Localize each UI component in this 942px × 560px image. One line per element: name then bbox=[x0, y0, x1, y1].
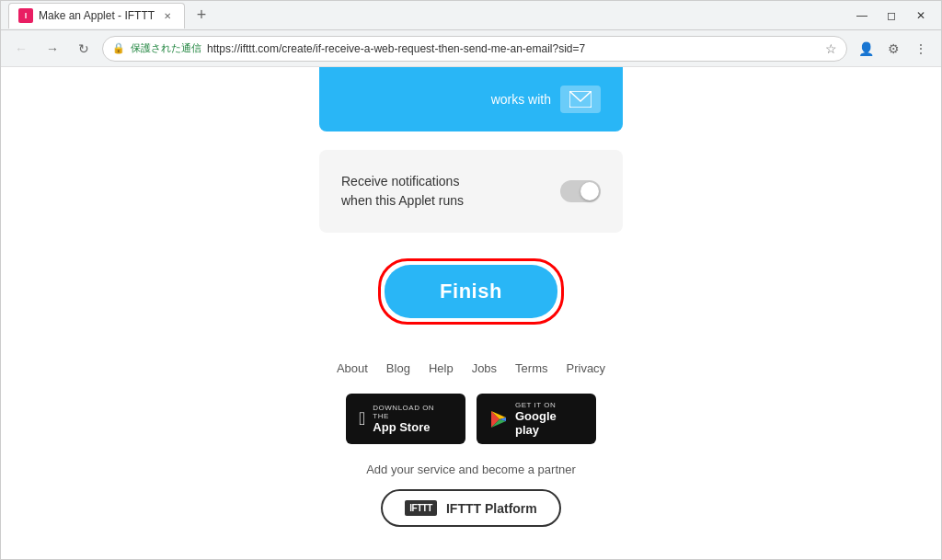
apple-icon:  bbox=[359, 408, 365, 429]
menu-icon[interactable]: ⋮ bbox=[908, 36, 934, 62]
tab-close-button[interactable]: ✕ bbox=[160, 8, 175, 23]
secure-label: 保護された通信 bbox=[131, 41, 201, 55]
url-bar[interactable]: 🔒 保護された通信 https://ifttt.com/create/if-re… bbox=[102, 36, 847, 62]
ifttt-logo: IFTTT bbox=[405, 500, 437, 516]
google-play-small-text: GET IT ON bbox=[515, 401, 583, 409]
notification-toggle[interactable] bbox=[560, 180, 601, 202]
works-with-banner: works with bbox=[319, 67, 623, 131]
title-bar: I Make an Applet - IFTTT ✕ + ― ◻ ✕ bbox=[1, 1, 941, 30]
footer-nav: About Blog Help Jobs Terms Privacy bbox=[337, 361, 605, 375]
finish-area: Finish bbox=[378, 258, 564, 325]
ifttt-platform-label: IFTTT Platform bbox=[446, 501, 537, 516]
google-play-button[interactable]: GET IT ON Google play bbox=[477, 394, 596, 444]
restore-button[interactable]: ◻ bbox=[879, 3, 904, 29]
minimize-button[interactable]: ― bbox=[849, 3, 875, 29]
app-buttons:  Download on the App Store bbox=[346, 394, 596, 444]
ifttt-platform-button[interactable]: IFTTT IFTTT Platform bbox=[381, 489, 561, 527]
footer-terms[interactable]: Terms bbox=[515, 361, 547, 375]
app-store-text: Download on the App Store bbox=[373, 404, 453, 434]
address-icons: 👤 ⚙ ⋮ bbox=[853, 36, 934, 62]
footer-jobs[interactable]: Jobs bbox=[472, 361, 497, 375]
tab-favicon: I bbox=[18, 8, 33, 23]
notification-text: Receive notifications when this Applet r… bbox=[341, 172, 464, 211]
window-controls: ― ◻ ✕ bbox=[849, 3, 934, 29]
email-icon bbox=[569, 91, 592, 108]
footer-help[interactable]: Help bbox=[429, 361, 454, 375]
google-play-name-text: Google play bbox=[515, 409, 583, 437]
extension-icon[interactable]: ⚙ bbox=[880, 36, 906, 62]
reload-button[interactable]: ↻ bbox=[71, 36, 97, 62]
google-play-icon bbox=[489, 410, 508, 429]
new-tab-button[interactable]: + bbox=[189, 3, 214, 29]
footer-about[interactable]: About bbox=[337, 361, 368, 375]
google-play-text: GET IT ON Google play bbox=[515, 401, 583, 437]
forward-button[interactable]: → bbox=[40, 36, 65, 62]
finish-button[interactable]: Finish bbox=[385, 265, 557, 318]
bookmark-icon[interactable]: ☆ bbox=[825, 41, 837, 56]
toggle-knob bbox=[580, 182, 599, 200]
footer-privacy[interactable]: Privacy bbox=[567, 361, 606, 375]
partner-text: Add your service and become a partner bbox=[366, 463, 576, 476]
app-store-button[interactable]:  Download on the App Store bbox=[346, 394, 465, 444]
app-store-name-text: App Store bbox=[373, 420, 453, 434]
url-text: https://ifttt.com/create/if-receive-a-we… bbox=[207, 42, 820, 55]
footer-blog[interactable]: Blog bbox=[386, 361, 410, 375]
email-icon-box bbox=[560, 86, 601, 113]
page-content: works with Receive notifications when th… bbox=[1, 67, 941, 559]
browser-tab[interactable]: I Make an Applet - IFTTT ✕ bbox=[8, 3, 185, 29]
back-button[interactable]: ← bbox=[8, 36, 34, 62]
works-with-label: works with bbox=[491, 92, 551, 107]
finish-button-wrapper: Finish bbox=[378, 258, 564, 325]
close-button[interactable]: ✕ bbox=[908, 3, 934, 29]
app-store-small-text: Download on the bbox=[373, 404, 453, 420]
user-icon[interactable]: 👤 bbox=[853, 36, 879, 62]
tab-title: Make an Applet - IFTTT bbox=[39, 9, 155, 22]
address-bar: ← → ↻ 🔒 保護された通信 https://ifttt.com/create… bbox=[1, 30, 941, 67]
lock-icon: 🔒 bbox=[112, 42, 125, 54]
notification-card: Receive notifications when this Applet r… bbox=[319, 150, 623, 233]
